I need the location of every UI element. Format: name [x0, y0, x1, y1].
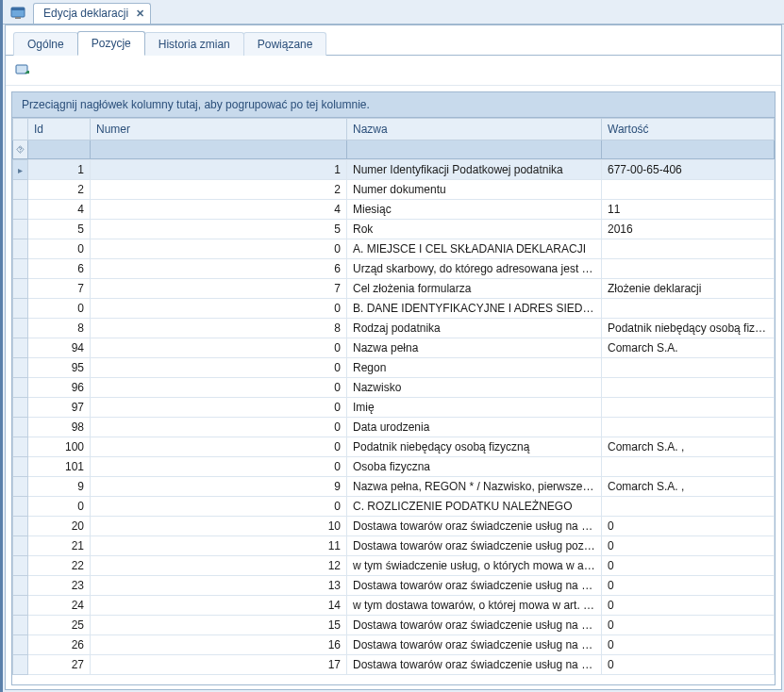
cell-wartosc[interactable]: [602, 398, 775, 418]
cell-nazwa[interactable]: Dostawa towarów oraz świadczenie usług p…: [347, 536, 602, 556]
cell-numer[interactable]: 5: [91, 220, 347, 239]
cell-numer[interactable]: 0: [91, 358, 347, 378]
cell-nazwa[interactable]: B. DANE IDENTYFIKACYJNE I ADRES SIEDZIBY…: [347, 299, 602, 319]
cell-wartosc[interactable]: 0: [602, 596, 775, 616]
cell-wartosc[interactable]: 0: [602, 616, 775, 635]
cell-nazwa[interactable]: Dostawa towarów oraz świadczenie usług n…: [347, 635, 602, 655]
cell-nazwa[interactable]: Osoba fizyczna: [347, 457, 602, 477]
cell-nazwa[interactable]: Data urodzenia: [347, 418, 602, 437]
cell-wartosc[interactable]: Comarch S.A.: [602, 338, 775, 358]
cell-wartosc[interactable]: Comarch S.A. ,: [602, 437, 775, 457]
table-row[interactable]: 44Miesiąc11: [13, 200, 775, 220]
cell-id[interactable]: 95: [28, 358, 91, 378]
tab-general[interactable]: Ogólne: [13, 32, 78, 56]
cell-id[interactable]: 26: [28, 635, 91, 655]
group-panel[interactable]: Przeciągnij nagłówek kolumny tutaj, aby …: [12, 92, 775, 118]
cell-numer[interactable]: 4: [91, 200, 347, 220]
cell-numer[interactable]: 0: [91, 338, 347, 358]
tab-history[interactable]: Historia zmian: [144, 32, 244, 56]
table-row[interactable]: 66Urząd skarbowy, do którego adresowana …: [13, 259, 775, 279]
cell-nazwa[interactable]: Dostawa towarów oraz świadczenie usług n…: [347, 517, 602, 536]
cell-numer[interactable]: 16: [91, 635, 347, 655]
cell-numer[interactable]: 12: [91, 556, 347, 576]
table-row[interactable]: 2010Dostawa towarów oraz świadczenie usł…: [13, 517, 775, 536]
cell-nazwa[interactable]: Dostawa towarów oraz świadczenie usług n…: [347, 655, 602, 675]
cell-nazwa[interactable]: Numer dokumentu: [347, 180, 602, 200]
column-header-nazwa[interactable]: Nazwa: [347, 119, 602, 140]
filter-icon[interactable]: ⯑: [13, 140, 28, 159]
filter-wartosc[interactable]: [602, 140, 775, 159]
document-tab[interactable]: Edycja deklaracji ✕: [33, 3, 151, 24]
cell-wartosc[interactable]: 677-00-65-406: [602, 160, 775, 180]
cell-wartosc[interactable]: [602, 239, 775, 259]
table-row[interactable]: 77Cel złożenia formularzaZłożenie deklar…: [13, 279, 775, 299]
cell-nazwa[interactable]: Cel złożenia formularza: [347, 279, 602, 299]
cell-numer[interactable]: 17: [91, 655, 347, 675]
cell-wartosc[interactable]: [602, 358, 775, 378]
table-row[interactable]: 2313Dostawa towarów oraz świadczenie usł…: [13, 576, 775, 596]
cell-nazwa[interactable]: Miesiąc: [347, 200, 602, 220]
cell-wartosc[interactable]: [602, 378, 775, 398]
cell-id[interactable]: 100: [28, 437, 91, 457]
refresh-button[interactable]: [13, 61, 32, 78]
cell-id[interactable]: 97: [28, 398, 91, 418]
cell-id[interactable]: 9: [28, 477, 91, 497]
table-row[interactable]: 940Nazwa pełnaComarch S.A.: [13, 338, 775, 358]
cell-wartosc[interactable]: 0: [602, 517, 775, 536]
table-row[interactable]: 1010Osoba fizyczna: [13, 457, 775, 477]
cell-numer[interactable]: 0: [91, 378, 347, 398]
column-header-wartosc[interactable]: Wartość: [602, 119, 775, 140]
table-row[interactable]: 55Rok2016: [13, 220, 775, 239]
cell-id[interactable]: 0: [28, 299, 91, 319]
cell-numer[interactable]: 0: [91, 299, 347, 319]
cell-nazwa[interactable]: Podatnik niebędący osobą fizyczną: [347, 437, 602, 457]
cell-wartosc[interactable]: 0: [602, 635, 775, 655]
cell-numer[interactable]: 0: [91, 457, 347, 477]
cell-numer[interactable]: 9: [91, 477, 347, 497]
cell-wartosc[interactable]: 0: [602, 556, 775, 576]
table-row[interactable]: 2111Dostawa towarów oraz świadczenie usł…: [13, 536, 775, 556]
cell-numer[interactable]: 2: [91, 180, 347, 200]
cell-nazwa[interactable]: C. ROZLICZENIE PODATKU NALEŻNEGO: [347, 497, 602, 517]
cell-id[interactable]: 98: [28, 418, 91, 437]
table-row[interactable]: 960Nazwisko: [13, 378, 775, 398]
table-row[interactable]: 00C. ROZLICZENIE PODATKU NALEŻNEGO: [13, 497, 775, 517]
cell-id[interactable]: 20: [28, 517, 91, 536]
cell-id[interactable]: 6: [28, 259, 91, 279]
cell-id[interactable]: 2: [28, 180, 91, 200]
cell-numer[interactable]: 10: [91, 517, 347, 536]
cell-wartosc[interactable]: [602, 497, 775, 517]
cell-nazwa[interactable]: Dostawa towarów oraz świadczenie usług n…: [347, 616, 602, 635]
table-row[interactable]: 2414w tym dostawa towarów, o której mowa…: [13, 596, 775, 616]
cell-wartosc[interactable]: Podatnik niebędący osobą fizyczną: [602, 319, 775, 338]
tab-positions[interactable]: Pozycje: [77, 31, 145, 56]
cell-wartosc[interactable]: [602, 180, 775, 200]
cell-numer[interactable]: 0: [91, 497, 347, 517]
table-row[interactable]: 2515Dostawa towarów oraz świadczenie usł…: [13, 616, 775, 635]
cell-wartosc[interactable]: Comarch S.A. ,: [602, 477, 775, 497]
cell-wartosc[interactable]: 0: [602, 576, 775, 596]
cell-numer[interactable]: 0: [91, 437, 347, 457]
cell-wartosc[interactable]: 0: [602, 655, 775, 675]
table-row[interactable]: 980Data urodzenia: [13, 418, 775, 437]
tab-related[interactable]: Powiązane: [243, 32, 327, 56]
table-row[interactable]: 00B. DANE IDENTYFIKACYJNE I ADRES SIEDZI…: [13, 299, 775, 319]
cell-id[interactable]: 23: [28, 576, 91, 596]
cell-nazwa[interactable]: w tym świadczenie usług, o których mowa …: [347, 556, 602, 576]
cell-wartosc[interactable]: 0: [602, 536, 775, 556]
cell-nazwa[interactable]: w tym dostawa towarów, o której mowa w a…: [347, 596, 602, 616]
close-icon[interactable]: ✕: [136, 8, 144, 20]
cell-id[interactable]: 0: [28, 497, 91, 517]
cell-id[interactable]: 21: [28, 536, 91, 556]
filter-numer[interactable]: [91, 140, 347, 159]
cell-nazwa[interactable]: Numer Identyfikacji Podatkowej podatnika: [347, 160, 602, 180]
cell-id[interactable]: 96: [28, 378, 91, 398]
cell-id[interactable]: 5: [28, 220, 91, 239]
cell-id[interactable]: 0: [28, 239, 91, 259]
table-row[interactable]: 970Imię: [13, 398, 775, 418]
filter-id[interactable]: [28, 140, 91, 159]
cell-numer[interactable]: 8: [91, 319, 347, 338]
cell-id[interactable]: 25: [28, 616, 91, 635]
cell-wartosc[interactable]: 2016: [602, 220, 775, 239]
table-row[interactable]: 2212w tym świadczenie usług, o których m…: [13, 556, 775, 576]
